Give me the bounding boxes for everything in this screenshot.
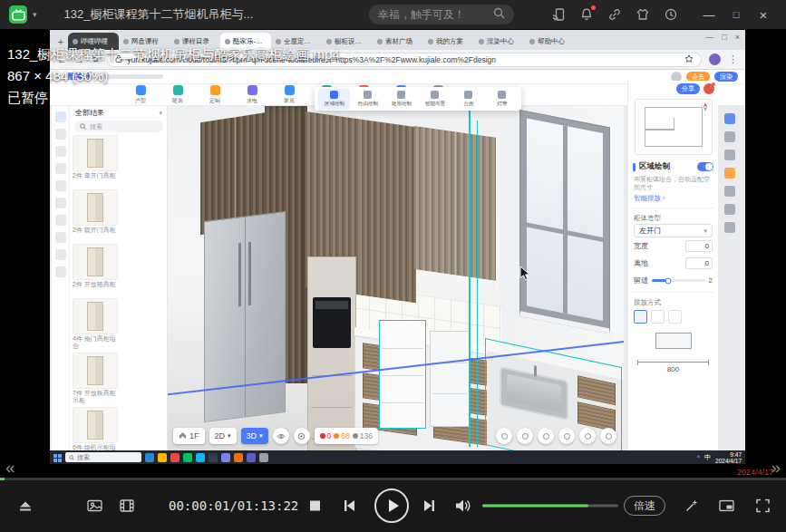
browser-tab: 课程目录: [170, 33, 220, 50]
next-button[interactable]: [422, 499, 437, 512]
rail-icon: [724, 204, 735, 215]
recorded-window-controls: —□×: [705, 33, 740, 42]
cast-icon[interactable]: [550, 6, 567, 23]
volume-slider[interactable]: [482, 505, 618, 508]
effects-icon[interactable]: [684, 498, 699, 513]
draw-tool-item: 智能布置: [419, 89, 451, 110]
player-app: ▾ 132_橱柜课程第十二节烟机吊柜与... 幸福，触手可及！: [0, 0, 786, 532]
dimension-diagram: 800: [637, 333, 709, 373]
playback-speed-button[interactable]: 倍速: [624, 496, 665, 516]
expand-icon: [600, 428, 616, 444]
library-item-thumbnail: [73, 353, 118, 389]
field-label: 宽度: [634, 241, 648, 251]
library-item-name: 6件 烟机吊柜组合: [73, 444, 118, 450]
tab-title: 哔哩哔哩: [81, 37, 108, 46]
notifications-icon[interactable]: [578, 6, 595, 23]
rail-icon: [724, 168, 735, 179]
draw-tool-label: 自由绘制: [357, 100, 377, 107]
rail-icon: [724, 222, 735, 233]
right-icon-rail: [721, 110, 739, 327]
library-item-name: 7件 开放板高柜吊柜: [73, 390, 118, 404]
draw-tool-icon: [397, 91, 405, 99]
close-button[interactable]: ×: [750, 0, 777, 29]
taskbar-app-icon: [158, 453, 167, 462]
field-input: 0: [685, 240, 713, 252]
place-option-3: [668, 310, 682, 324]
volume-icon[interactable]: [455, 499, 472, 513]
snapshot-icon: [538, 428, 554, 444]
tab-favicon-dot: [123, 39, 129, 44]
minimize-button[interactable]: —: [695, 0, 723, 29]
focus-chip: [294, 428, 310, 444]
kitchen-3d-viewport: 1F 2D▾ 3D▾: [168, 106, 624, 450]
window-controls: — □ ×: [695, 0, 777, 29]
pip-icon[interactable]: [719, 500, 734, 512]
taskbar-app-icon: [170, 453, 180, 462]
taskbar-app-icon: [183, 453, 192, 462]
section-toggle: [697, 162, 713, 171]
player-controls: 00:00:01/01:13:22 倍速: [0, 478, 786, 532]
history-icon[interactable]: [663, 6, 679, 23]
toolbar-item-label: 家具: [284, 96, 295, 104]
open-cabinet-carcass-2: [430, 331, 470, 427]
tab-title: 素材广场: [385, 37, 412, 46]
taskbar-tray: ^ 中 9:47 2024/4/17: [697, 451, 742, 464]
gap-value: 2: [709, 276, 713, 285]
browser-tab: 全屋定制工具: [271, 33, 322, 50]
maximize-button[interactable]: □: [723, 0, 750, 29]
browser-tab: 哔哩哔哩: [68, 33, 119, 50]
play-button[interactable]: [374, 488, 409, 523]
browser-tab: 帮助中心: [525, 33, 576, 50]
tab-favicon-dot: [479, 39, 484, 44]
search-icon[interactable]: [493, 7, 505, 22]
field-input: 0: [685, 257, 713, 269]
tab-favicon-dot: [377, 39, 383, 44]
viewport-controls: 1F 2D▾ 3D▾: [173, 428, 378, 444]
lock-icon: [115, 54, 122, 64]
search-box[interactable]: 幸福，触手可及！: [369, 5, 514, 24]
record-icon[interactable]: [120, 499, 134, 512]
floor-selector-chip: 1F: [173, 428, 205, 444]
screenshot-icon[interactable]: [87, 499, 102, 512]
bookmark-star-icon: [684, 54, 694, 65]
video-watermark-date: 2024/4/17: [737, 468, 773, 477]
tab-favicon-dot: [73, 39, 78, 44]
video-surface[interactable]: + 哔哩哔哩 网盘课程 课程目录: [0, 29, 786, 468]
browser-tab: 渲染中心: [474, 33, 525, 50]
skin-icon[interactable]: [635, 6, 651, 23]
reload-icon: ↻: [92, 53, 100, 65]
library-search: 搜索: [74, 121, 163, 132]
stop-button[interactable]: [309, 500, 321, 512]
draw-tool-item: 自由绘制: [352, 89, 383, 110]
app-logo-icon[interactable]: [9, 5, 27, 24]
library-filter-icon: ▾: [159, 110, 162, 117]
titlebar-icons: [550, 6, 679, 23]
library-item: 2件 开放格高柜: [73, 244, 118, 295]
compass-icon: [702, 102, 709, 113]
section-description: 布置柜体组合，自动适配空间尺寸: [628, 174, 718, 192]
fullscreen-icon[interactable]: [756, 499, 770, 513]
previous-button[interactable]: [342, 499, 356, 512]
time-display: 00:00:01/01:13:22: [169, 498, 298, 513]
draw-tool-item: 灯带: [486, 89, 518, 110]
stage-left-arrows[interactable]: «: [5, 459, 15, 476]
toolbar-item-icon: [210, 85, 220, 95]
built-in-oven: [313, 297, 351, 348]
taskbar-app-icon: [209, 453, 218, 462]
tab-title: 帮助中心: [538, 37, 565, 46]
link-icon[interactable]: [606, 6, 623, 23]
floorplan-minimap: [635, 99, 713, 155]
progress-bar[interactable]: [0, 478, 786, 480]
url-text: yun.kujiale.com/cloud/tool/h5/?kpm=qm-sc…: [127, 55, 496, 64]
library-item-name: 2件 双开门高柜: [73, 227, 118, 241]
main-menu-chevron-icon[interactable]: ▾: [33, 10, 37, 19]
library-item: 2件 单开门高柜: [73, 135, 118, 187]
open-file-icon[interactable]: [18, 499, 33, 513]
rail-icon: [724, 150, 735, 160]
gap-label: 留缝: [634, 276, 648, 285]
tab-title: 课程目录: [182, 37, 209, 46]
shape-select: 左开门▾: [634, 224, 713, 237]
status-counters: 0 68 136: [315, 428, 378, 444]
ruler-icon: [517, 428, 533, 444]
back-icon: ←: [57, 54, 67, 65]
